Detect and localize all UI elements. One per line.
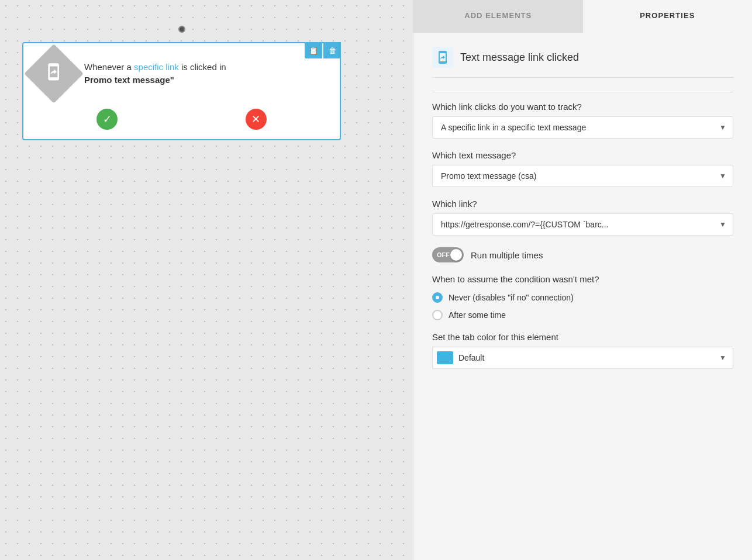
which-link-select[interactable]: https://getresponse.com/?={{CUSTOM `barc… — [432, 213, 733, 236]
text-message-label: Which text message? — [432, 150, 733, 160]
toggle-knob — [450, 249, 462, 261]
panel-tabs: ADD ELEMENTS PROPERTIES — [413, 0, 752, 33]
which-link-label: Which link? — [432, 199, 733, 209]
cancel-button[interactable]: ✕ — [246, 109, 267, 130]
radio-after-time-label: After some time — [449, 310, 506, 320]
tab-properties[interactable]: PROPERTIES — [583, 0, 753, 33]
run-multiple-label: Run multiple times — [471, 250, 543, 260]
tab-add-elements[interactable]: ADD ELEMENTS — [413, 0, 583, 33]
condition-section: When to assume the condition wasn't met?… — [432, 274, 733, 320]
toggle-row: OFF Run multiple times — [432, 247, 733, 262]
node-card: 📋 🗑 Whenever a specific link is clicked … — [22, 42, 341, 140]
which-link-section: Which link? https://getresponse.com/?={{… — [432, 199, 733, 236]
header-divider — [432, 92, 733, 92]
run-multiple-toggle[interactable]: OFF — [432, 247, 464, 262]
tab-color-section: Set the tab color for this element Defau… — [432, 332, 733, 369]
link-clicks-select[interactable]: A specific link in a specific text messa… — [432, 116, 733, 139]
prop-header-title: Text message link clicked — [460, 51, 579, 64]
node-diamond-icon — [24, 44, 84, 103]
panel-body: Text message link clicked Which link cli… — [413, 33, 752, 560]
radio-option-never[interactable]: Never (disables "if no" connection) — [432, 292, 733, 303]
canvas-area: 📋 🗑 Whenever a specific link is clicked … — [0, 0, 413, 560]
text-message-section: Which text message? Promo text message (… — [432, 150, 733, 187]
condition-label: When to assume the condition wasn't met? — [432, 274, 733, 284]
radio-option-after-time[interactable]: After some time — [432, 310, 733, 320]
checkmark-icon: ✓ — [103, 113, 112, 126]
connector-dot — [178, 26, 185, 33]
specific-link-ref[interactable]: specific link — [134, 62, 179, 72]
phone-icon — [44, 63, 63, 85]
node-text-middle: is clicked in — [179, 62, 226, 72]
link-clicks-select-wrapper: A specific link in a specific text messa… — [432, 116, 733, 139]
node-description: Whenever a specific link is clicked in P… — [84, 61, 226, 87]
tab-color-select-wrapper: DefaultRedGreenYellowPurple ▼ — [432, 347, 733, 369]
properties-panel: ADD ELEMENTS PROPERTIES Text message lin… — [413, 0, 752, 560]
node-action-buttons: ✓ ✕ — [33, 104, 330, 130]
x-icon: ✕ — [251, 113, 260, 126]
radio-never-label: Never (disables "if no" connection) — [449, 293, 574, 302]
tab-color-label: Set the tab color for this element — [432, 332, 733, 342]
link-clicks-section: Which link clicks do you want to track? … — [432, 102, 733, 139]
prop-header: Text message link clicked — [432, 47, 733, 78]
link-clicks-label: Which link clicks do you want to track? — [432, 102, 733, 112]
toggle-off-label: OFF — [437, 251, 450, 258]
radio-never-circle — [432, 292, 443, 303]
tab-color-select[interactable]: DefaultRedGreenYellowPurple — [432, 347, 733, 369]
radio-after-time-circle — [432, 310, 443, 320]
prop-header-icon — [432, 47, 453, 68]
text-message-select[interactable]: Promo text message (csa) — [432, 165, 733, 187]
node-content: Whenever a specific link is clicked in P… — [33, 53, 330, 95]
confirm-button[interactable]: ✓ — [96, 109, 118, 130]
text-message-select-wrapper: Promo text message (csa) ▼ — [432, 165, 733, 187]
which-link-select-wrapper: https://getresponse.com/?={{CUSTOM `barc… — [432, 213, 733, 236]
node-text-prefix: Whenever a — [84, 62, 134, 72]
node-text-bold: Promo text message" — [84, 75, 174, 85]
